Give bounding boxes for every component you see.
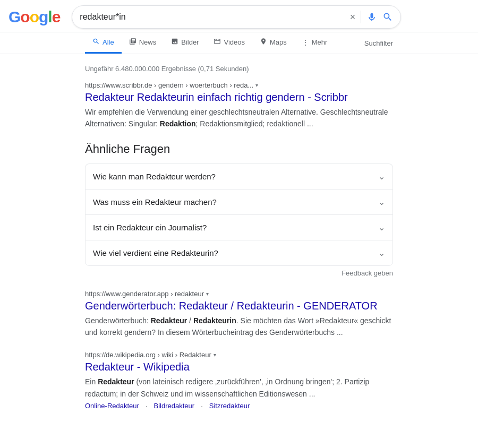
result-snippet-scribbr: Wir empfehlen die Verwendung einer gesch…: [85, 106, 393, 130]
tab-maps[interactable]: Maps: [252, 32, 294, 54]
search-bar: ×: [72, 5, 401, 29]
chevron-down-icon-1: ⌄: [378, 197, 385, 207]
question-text-0: Wie kann man Redakteur werden?: [93, 172, 216, 181]
main-content: Ungefähr 6.480.000.000 Ergebnisse (0,71 …: [0, 54, 478, 433]
similar-questions-title: Ähnliche Fragen: [85, 142, 393, 156]
wiki-links: Online-Redakteur · Bildredakteur · Sitzr…: [85, 402, 393, 410]
tab-maps-label: Maps: [270, 38, 287, 46]
url-dropdown-wikipedia[interactable]: ▾: [214, 352, 216, 358]
alle-icon: [92, 38, 100, 47]
bilder-icon: [171, 38, 178, 47]
similar-questions: Ähnliche Fragen Wie kann man Redakteur w…: [85, 142, 393, 277]
question-text-3: Wie viel verdient eine Redakteurin?: [93, 248, 218, 257]
mic-icon[interactable]: [366, 12, 377, 22]
search-input[interactable]: [80, 12, 349, 22]
search-icon[interactable]: [382, 12, 393, 22]
tab-mehr[interactable]: ⋮ Mehr: [294, 33, 335, 54]
wiki-link-1[interactable]: Bildredakteur: [154, 402, 195, 410]
chevron-down-icon-0: ⌄: [378, 171, 385, 182]
tab-news[interactable]: News: [122, 32, 164, 54]
result-url-wikipedia: https://de.wikipedia.org › wiki › Redakt…: [85, 351, 393, 359]
result-url-scribbr: https://www.scribbr.de › gendern › woert…: [85, 81, 393, 89]
result-title-genderator[interactable]: Genderwörterbuch: Redakteur / Redakteuri…: [85, 300, 378, 312]
url-text-scribbr: https://www.scribbr.de › gendern › woert…: [85, 81, 253, 89]
question-text-2: Ist ein Redakteur ein Journalist?: [93, 223, 207, 232]
google-logo[interactable]: Google: [8, 8, 60, 26]
tab-bilder-label: Bilder: [181, 38, 199, 46]
tab-videos-label: Videos: [224, 38, 245, 46]
url-dropdown-genderator[interactable]: ▾: [206, 291, 209, 297]
question-text-1: Was muss ein Redakteur machen?: [93, 197, 217, 206]
news-icon: [129, 38, 136, 47]
search-bar-icons: ×: [350, 11, 394, 23]
search-result-genderator: https://www.genderator.app › redakteur ▾…: [85, 290, 393, 338]
question-item-1[interactable]: Was muss ein Redakteur machen? ⌄: [85, 189, 393, 214]
mehr-icon: ⋮: [302, 38, 309, 47]
search-result-scribbr: https://www.scribbr.de › gendern › woert…: [85, 81, 393, 130]
tab-mehr-label: Mehr: [312, 38, 328, 46]
url-dropdown-scribbr[interactable]: ▾: [255, 82, 258, 88]
result-snippet-wikipedia: Ein Redakteur (von lateinisch redigere ‚…: [85, 376, 393, 399]
tab-news-label: News: [139, 38, 157, 46]
question-item-2[interactable]: Ist ein Redakteur ein Journalist? ⌄: [85, 214, 393, 240]
result-snippet-genderator: Genderwörterbuch: Redakteur / Redakteuri…: [85, 315, 393, 338]
question-item-0[interactable]: Wie kann man Redakteur werden? ⌄: [85, 163, 393, 189]
videos-icon: [214, 38, 221, 47]
clear-icon[interactable]: ×: [350, 12, 356, 23]
tab-alle[interactable]: Alle: [85, 32, 122, 54]
question-item-3[interactable]: Wie viel verdient eine Redakteurin? ⌄: [85, 240, 393, 266]
tab-videos[interactable]: Videos: [206, 32, 252, 54]
nav-tabs: Alle News Bilder Videos Maps ⋮ Mehr Such…: [0, 32, 478, 54]
result-count: Ungefähr 6.480.000.000 Ergebnisse (0,71 …: [85, 65, 393, 73]
result-title-scribbr[interactable]: Redakteur Redakteurin einfach richtig ge…: [85, 91, 348, 103]
chevron-down-icon-3: ⌄: [378, 248, 385, 258]
tab-bilder[interactable]: Bilder: [164, 32, 206, 54]
result-url-genderator: https://www.genderator.app › redakteur ▾: [85, 290, 393, 298]
search-result-wikipedia: https://de.wikipedia.org › wiki › Redakt…: [85, 351, 393, 409]
url-text-wikipedia: https://de.wikipedia.org › wiki › Redakt…: [85, 351, 211, 359]
maps-icon: [260, 38, 267, 47]
divider: [361, 11, 361, 23]
url-text-genderator: https://www.genderator.app › redakteur: [85, 290, 204, 298]
wiki-link-0[interactable]: Online-Redakteur: [85, 402, 139, 410]
wiki-link-2[interactable]: Sitzredakteur: [209, 402, 250, 410]
suchfilter-button[interactable]: Suchfilter: [364, 34, 393, 53]
chevron-down-icon-2: ⌄: [378, 222, 385, 232]
result-title-wikipedia[interactable]: Redakteur - Wikipedia: [85, 361, 190, 373]
header: Google ×: [0, 0, 478, 32]
feedback-geben[interactable]: Feedback geben: [85, 269, 393, 277]
tab-alle-label: Alle: [103, 38, 114, 46]
